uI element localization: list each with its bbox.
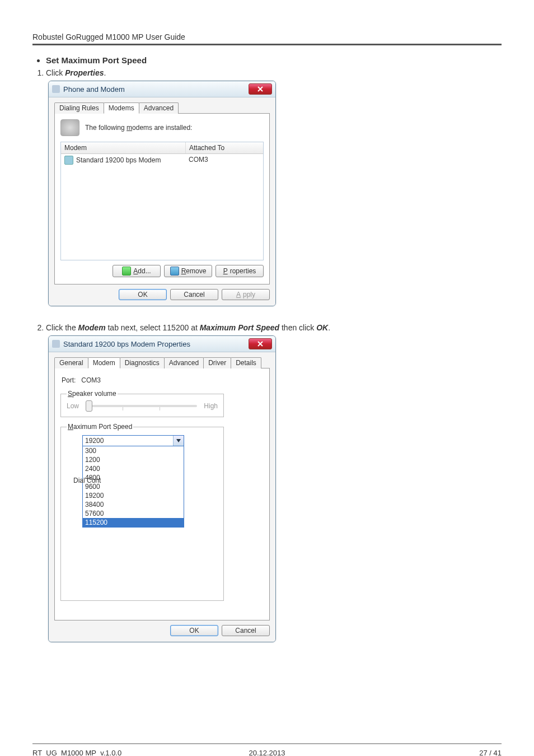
ok-button[interactable]: OK (119, 289, 167, 300)
page-footer: RT_UG_M1000 MP_v.1.0.0 20.12.2013 27 / 4… (32, 743, 502, 756)
add-button[interactable]: Add... (113, 265, 161, 277)
cancel-button[interactable]: Cancel (170, 289, 218, 300)
chevron-down-icon[interactable] (173, 436, 184, 446)
slider-thumb[interactable] (86, 400, 92, 412)
step2-em3: OK (316, 323, 328, 332)
listview-header: Modem Attached To (61, 142, 263, 154)
instruction-step-1: Click Properties. (46, 68, 502, 77)
tab-dialing-rules[interactable]: Dialing Rules (54, 102, 104, 114)
port-value: COM3 (81, 376, 101, 384)
close-button[interactable] (249, 338, 272, 349)
window-title: Phone and Modem (63, 85, 249, 94)
combo-option-115200[interactable]: 115200 (83, 518, 184, 527)
tab-diagnostics[interactable]: Diagnostics (120, 357, 165, 368)
close-icon (257, 86, 263, 92)
window-title: Standard 19200 bps Modem Properties (63, 340, 249, 348)
instruction-step-2: Click the Modem tab next, select 115200 … (46, 323, 502, 332)
step2-mid2: then click (279, 323, 316, 332)
step1-em: Properties (65, 68, 104, 77)
col-modem[interactable]: Modem (61, 142, 186, 153)
max-port-speed-fieldset: Maximum Port Speed 19200 300 1200 2400 4… (60, 423, 224, 601)
step2-mid1: tab next, select 115200 at (106, 323, 200, 332)
add-icon (122, 267, 131, 276)
intro-text: The following modems are installed: (85, 124, 192, 132)
combo-option-300[interactable]: 300 (83, 446, 184, 455)
tabs: General Modem Diagnostics Advanced Drive… (54, 357, 270, 368)
modem-properties-dialog: Standard 19200 bps Modem Properties Gene… (48, 335, 276, 642)
close-icon (257, 341, 263, 347)
modem-name: Standard 19200 bps Modem (76, 156, 161, 164)
modems-listview[interactable]: Modem Attached To Standard 19200 bps Mod… (60, 142, 264, 260)
tab-pane-modems: The following modems are installed: Mode… (54, 113, 270, 284)
step2-pre: Click the (46, 323, 78, 332)
tab-advanced[interactable]: Advanced (139, 102, 179, 114)
col-attached-to[interactable]: Attached To (186, 142, 263, 153)
remove-button[interactable]: Remove (164, 265, 212, 277)
cell-port: COM3 (185, 154, 263, 166)
footer-right: 27 / 41 (345, 749, 502, 756)
combo-option-19200[interactable]: 19200 (83, 491, 184, 500)
app-icon (52, 85, 60, 93)
phone-and-modem-dialog: Phone and Modem Dialing Rules Modems Adv… (48, 81, 276, 306)
tab-modems[interactable]: Modems (104, 102, 139, 114)
table-row[interactable]: Standard 19200 bps Modem COM3 (61, 154, 263, 166)
speaker-high-label: High (204, 402, 218, 410)
properties-button[interactable]: Properties (216, 265, 264, 277)
footer-center: 20.12.2013 (189, 749, 345, 756)
speaker-low-label: Low (67, 402, 79, 410)
step2-em2: Maximum Port Speed (200, 323, 279, 332)
combo-value: 19200 (83, 436, 173, 446)
ok-button[interactable]: OK (170, 625, 218, 636)
tab-general[interactable]: General (54, 357, 88, 368)
doc-header: Robustel GoRugged M1000 MP User Guide (32, 32, 502, 45)
tab-details[interactable]: Details (231, 357, 261, 368)
titlebar: Phone and Modem (49, 81, 275, 97)
tab-driver[interactable]: Driver (203, 357, 231, 368)
footer-left: RT_UG_M1000 MP_v.1.0.0 (32, 749, 189, 756)
titlebar: Standard 19200 bps Modem Properties (49, 336, 275, 352)
speaker-volume-fieldset: Speaker volume Low High (60, 390, 224, 417)
apply-button[interactable]: Apply (222, 289, 270, 300)
step1-pre: Click (46, 68, 65, 77)
dial-control-label: Dial Cont (73, 477, 101, 484)
tabs: Dialing Rules Modems Advanced (54, 102, 270, 113)
tab-advanced[interactable]: Advanced (164, 357, 204, 368)
modem-item-icon (64, 156, 73, 165)
step2-em1: Modem (78, 323, 106, 332)
step1-post: . (104, 68, 106, 77)
remove-icon (170, 267, 179, 276)
cancel-button[interactable]: Cancel (222, 625, 270, 636)
tab-pane-modem: Port: COM3 Speaker volume Low High Maxim… (54, 368, 270, 620)
step2-post: . (328, 323, 330, 332)
combo-option-38400[interactable]: 38400 (83, 500, 184, 509)
speaker-volume-slider[interactable] (86, 405, 197, 407)
combo-option-2400[interactable]: 2400 (83, 464, 184, 473)
tab-modem[interactable]: Modem (88, 357, 120, 368)
combo-option-57600[interactable]: 57600 (83, 509, 184, 518)
combo-option-1200[interactable]: 1200 (83, 455, 184, 464)
port-label: Port: (62, 376, 76, 384)
section-heading: Set Maximum Port Speed (46, 55, 502, 65)
modem-icon (60, 119, 79, 136)
close-button[interactable] (249, 83, 272, 95)
combo-dropdown-list[interactable]: 300 1200 2400 4800 9600 19200 38400 5760… (82, 446, 184, 528)
app-icon (52, 340, 60, 348)
cell-modem-name: Standard 19200 bps Modem (61, 154, 185, 166)
max-port-speed-combo[interactable]: 19200 (82, 435, 184, 446)
